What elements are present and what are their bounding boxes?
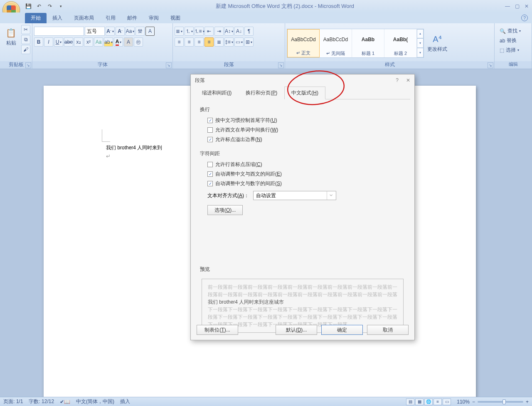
select-button[interactable]: ⬚选择▾ [498, 46, 522, 54]
checkbox-icon [207, 162, 213, 167]
justify-button[interactable]: ≡ [204, 37, 214, 47]
tabstops-button[interactable]: 制表位(T)... [197, 325, 238, 335]
phonetic-button[interactable]: 變 [135, 27, 145, 36]
check-cjk-linebreak[interactable]: 按中文习惯控制首尾字符(U) [200, 116, 405, 125]
save-icon[interactable]: 💾 [24, 2, 32, 10]
spellcheck-icon[interactable]: ✔📖 [60, 399, 70, 405]
cancel-button[interactable]: 取消 [367, 325, 409, 335]
zoom-level[interactable]: 110% [457, 399, 470, 405]
superscript-button[interactable]: x² [84, 37, 93, 47]
align-center-button[interactable]: ≡ [185, 37, 194, 47]
borders-button[interactable]: ⊞ [244, 37, 254, 47]
line-spacing-button[interactable]: ‡≡ [224, 37, 234, 47]
view-fullscreen-icon[interactable]: ▦ [415, 399, 424, 405]
minimize-button[interactable]: — [505, 3, 510, 9]
undo-icon[interactable]: ↶ [35, 2, 43, 10]
check-cjk-number-space[interactable]: 自动调整中文与数字的间距(S) [200, 179, 405, 188]
clear-format-button[interactable]: Aa [94, 37, 103, 47]
ok-button[interactable]: 确定 [321, 325, 363, 335]
increase-indent-button[interactable]: ⇥ [214, 27, 224, 36]
font-color-button[interactable]: A [114, 37, 123, 47]
cut-icon[interactable]: ✂ [21, 25, 30, 34]
text-direction-button[interactable]: A↕ [224, 27, 234, 36]
zoom-out-button[interactable]: − [472, 399, 475, 405]
check-punct-overflow[interactable]: 允许标点溢出边界(N) [200, 135, 405, 144]
bullets-button[interactable]: ≣ [175, 27, 184, 36]
dialog-help-icon[interactable]: ? [396, 77, 399, 83]
dialog-tab-indent[interactable]: 缩进和间距(I) [195, 87, 239, 99]
italic-button[interactable]: I [44, 37, 53, 47]
decrease-indent-button[interactable]: ⇤ [204, 27, 214, 36]
check-cjk-latin-space[interactable]: 自动调整中文与西文的间距(E) [200, 169, 405, 179]
clipboard-launcher[interactable]: ↘ [25, 62, 31, 68]
close-button[interactable]: ✕ [525, 3, 529, 9]
styles-launcher[interactable]: ↘ [488, 62, 493, 68]
align-left-button[interactable]: ≡ [175, 37, 184, 47]
maximize-button[interactable]: ▢ [515, 3, 520, 9]
dialog-tab-cjk[interactable]: 中文版式(H) [284, 87, 325, 99]
multilevel-button[interactable]: ⒈≡ [195, 27, 204, 36]
bold-button[interactable]: B [34, 37, 43, 47]
shading-button[interactable]: ▭ [234, 37, 244, 47]
copy-icon[interactable]: ⧉ [21, 35, 30, 44]
show-marks-button[interactable]: ¶ [244, 27, 254, 36]
subscript-button[interactable]: x₂ [74, 37, 83, 47]
help-icon[interactable]: ? [521, 15, 528, 21]
zoom-in-button[interactable]: + [526, 399, 529, 405]
distribute-button[interactable]: ≣ [214, 37, 224, 47]
text-align-combo[interactable]: 自动设置 [253, 191, 336, 200]
tab-mailings[interactable]: 邮件 [121, 13, 143, 23]
tab-references[interactable]: 引用 [100, 13, 121, 23]
tab-layout[interactable]: 页面布局 [68, 13, 100, 23]
status-page[interactable]: 页面: 1/1 [3, 398, 23, 405]
grow-font-button[interactable]: Aˆ [106, 27, 115, 36]
change-styles-button[interactable]: A⁴ 更改样式 [425, 31, 450, 55]
tab-insert[interactable]: 插入 [47, 13, 68, 23]
format-painter-icon[interactable]: 🖌 [21, 45, 30, 54]
redo-icon[interactable]: ↷ [46, 2, 54, 10]
status-mode[interactable]: 插入 [120, 398, 130, 405]
style-gallery-scroll[interactable]: ▴▾▾ [417, 29, 424, 57]
highlight-button[interactable]: ab [104, 37, 113, 47]
dialog-tab-pagebreak[interactable]: 换行和分页(P) [239, 87, 284, 99]
ribbon-tabs: 开始 插入 页面布局 引用 邮件 审阅 视图 ? [0, 12, 532, 23]
shrink-font-button[interactable]: Aˇ [116, 27, 125, 36]
zoom-slider[interactable] [478, 401, 523, 403]
style-nospacing[interactable]: AaBbCcDd ↵ 无间隔 [320, 29, 352, 57]
sort-button[interactable]: A↓ [234, 27, 244, 36]
status-words[interactable]: 字数: 12/12 [29, 398, 54, 405]
tab-home[interactable]: 开始 [25, 13, 47, 23]
char-border-button[interactable]: A [145, 27, 155, 36]
paste-button[interactable]: 📋 粘贴 [2, 25, 20, 49]
checkbox-icon [207, 137, 213, 142]
check-latin-wrap[interactable]: 允许西文在单词中间换行(W) [200, 125, 405, 135]
underline-button[interactable]: U [54, 37, 63, 47]
font-size-combo[interactable]: 五号 [85, 27, 105, 36]
enclose-char-button[interactable]: ㊕ [134, 37, 143, 47]
replace-button[interactable]: ab替换 [498, 36, 522, 45]
check-punct-compress[interactable]: 允许行首标点压缩(C) [200, 160, 405, 169]
view-outline-icon[interactable]: ≡ [433, 399, 442, 405]
char-shading-button[interactable]: A [124, 37, 133, 47]
dialog-close-icon[interactable]: ✕ [406, 77, 410, 83]
tab-review[interactable]: 审阅 [143, 13, 165, 23]
numbering-button[interactable]: ⒈ [185, 27, 194, 36]
view-draft-icon[interactable]: ▭ [443, 399, 451, 405]
default-button[interactable]: 默认(D)... [276, 325, 317, 335]
change-case-button[interactable]: Aa [126, 27, 135, 36]
paragraph-launcher[interactable]: ↘ [278, 62, 284, 68]
font-name-combo[interactable] [34, 27, 84, 36]
view-web-icon[interactable]: 🌐 [424, 399, 433, 405]
status-language[interactable]: 中文(简体，中国) [76, 398, 114, 405]
strike-button[interactable]: abe [64, 37, 73, 47]
view-print-icon[interactable]: ▤ [406, 399, 414, 405]
style-normal[interactable]: AaBbCcDd ↵ 正文 [287, 29, 320, 57]
style-heading1[interactable]: AaBb 标题 1 [352, 29, 384, 57]
find-button[interactable]: 🔍查找▾ [498, 27, 522, 35]
options-button[interactable]: 选项(O)... [207, 205, 243, 215]
style-heading2[interactable]: AaBb( 标题 2 [384, 29, 417, 57]
align-right-button[interactable]: ≡ [195, 37, 204, 47]
font-launcher[interactable]: ↘ [166, 62, 172, 68]
tab-view[interactable]: 视图 [165, 13, 186, 23]
qat-more-icon[interactable]: ▾ [57, 2, 65, 10]
